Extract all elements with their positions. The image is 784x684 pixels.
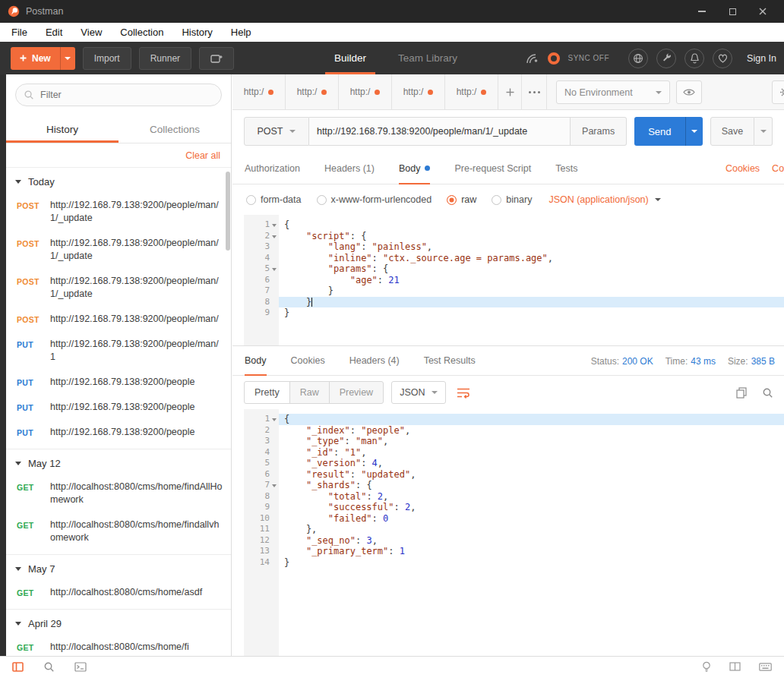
history-item[interactable]: GEThttp://localhost:8080/cms/home/findal… (6, 512, 231, 550)
cookies-link[interactable]: Cookies (726, 163, 760, 174)
history-item[interactable]: POSThttp://192.168.79.138:9200/people/ma… (6, 193, 231, 231)
body-mode-binary[interactable]: binary (492, 194, 532, 205)
line-number: 5 (244, 458, 279, 469)
body-mode-raw[interactable]: raw (447, 194, 476, 205)
save-options-caret[interactable] (754, 117, 773, 146)
view-raw-button[interactable]: Raw (289, 381, 330, 404)
response-tab-test-results[interactable]: Test Results (424, 346, 476, 375)
response-tab-cookies[interactable]: Cookies (291, 346, 325, 375)
response-tab-body[interactable]: Body (245, 346, 267, 375)
fold-arrow-icon[interactable] (272, 235, 277, 238)
request-tab-tests[interactable]: Tests (555, 153, 577, 184)
request-tab[interactable]: http:/ (286, 74, 339, 109)
search-response-icon[interactable] (762, 387, 773, 399)
request-tab-headers-1[interactable]: Headers (1) (324, 153, 375, 184)
raw-format-selector[interactable]: JSON (application/json) (548, 194, 660, 205)
sidebar-scrollbar[interactable] (226, 172, 230, 251)
environment-selector[interactable]: No Environment (556, 80, 670, 104)
history-item[interactable]: POSThttp://192.168.79.138:9200/people/ma… (6, 231, 231, 269)
tab-builder[interactable]: Builder (333, 42, 368, 74)
line-number: 6 (244, 469, 279, 481)
history-group-header[interactable]: Today (6, 168, 231, 193)
request-tab[interactable]: http:/ (445, 74, 498, 109)
method-selector[interactable]: POST (244, 117, 309, 146)
tab-team-library[interactable]: Team Library (397, 42, 459, 74)
history-group-header[interactable]: April 29 (6, 610, 231, 635)
sync-status-icon[interactable] (548, 52, 560, 65)
new-button[interactable]: New (11, 47, 75, 70)
request-tab[interactable]: http:/ (392, 74, 445, 109)
two-pane-icon[interactable] (729, 662, 741, 671)
interceptor-icon[interactable] (526, 52, 539, 65)
new-tab-button[interactable] (498, 74, 521, 109)
tab-history[interactable]: History (6, 115, 119, 143)
notifications-bell-icon[interactable] (684, 49, 704, 68)
request-tab[interactable]: http:/ (232, 74, 286, 109)
request-tab-authorization[interactable]: Authorization (245, 153, 300, 184)
code-link[interactable]: Code (772, 163, 784, 174)
global-search-icon[interactable] (43, 661, 55, 673)
menu-item-view[interactable]: View (81, 27, 102, 38)
runner-button[interactable]: Runner (139, 47, 191, 70)
help-bulb-icon[interactable] (702, 661, 711, 673)
response-format-selector[interactable]: JSON (391, 381, 446, 404)
heart-icon[interactable] (713, 49, 732, 68)
history-group-header[interactable]: May 7 (6, 555, 231, 580)
fold-arrow-icon[interactable] (272, 224, 277, 227)
fold-arrow-icon[interactable] (272, 418, 277, 421)
request-tab[interactable]: http:/ (339, 74, 392, 109)
environment-preview-button[interactable] (676, 80, 702, 104)
body-mode-form-data[interactable]: form-data (246, 194, 302, 205)
response-tab-headers-4[interactable]: Headers (4) (349, 346, 400, 375)
save-button[interactable]: Save (710, 117, 754, 146)
line-number: 1 (244, 219, 279, 231)
menu-item-history[interactable]: History (182, 27, 212, 38)
view-pretty-button[interactable]: Pretty (244, 381, 290, 404)
wrap-text-icon[interactable] (457, 387, 470, 399)
close-button[interactable] (758, 7, 767, 16)
history-item[interactable]: POSThttp://192.168.79.138:9200/people/ma… (6, 269, 231, 307)
fold-arrow-icon[interactable] (272, 484, 277, 487)
maximize-button[interactable] (728, 7, 737, 16)
history-item[interactable]: POSThttp://192.168.79.138:9200/people/ma… (6, 307, 231, 332)
environment-settings-button[interactable] (772, 80, 784, 104)
tools-wrench-icon[interactable] (656, 49, 676, 68)
send-button[interactable]: Send (634, 117, 684, 146)
history-item[interactable]: PUThttp://192.168.79.138:9200/people (6, 420, 231, 445)
history-item[interactable]: PUThttp://192.168.79.138:9200/people/man… (6, 332, 231, 370)
response-body-editor[interactable]: 1{2 "_index": "people",3 "_type": "man",… (244, 409, 784, 656)
import-button[interactable]: Import (83, 47, 131, 70)
sign-in-button[interactable]: Sign In (747, 53, 776, 64)
minimize-button[interactable] (697, 7, 707, 16)
shortcuts-keyboard-icon[interactable] (759, 663, 772, 671)
history-item[interactable]: GEThttp://localhost:8080/cms/home/fi (6, 635, 231, 656)
history-item[interactable]: PUThttp://192.168.79.138:9200/people (6, 370, 231, 395)
tab-collections[interactable]: Collections (119, 115, 231, 143)
menu-item-edit[interactable]: Edit (46, 27, 62, 38)
request-tab-body[interactable]: Body (399, 153, 431, 184)
menu-item-help[interactable]: Help (231, 27, 251, 38)
more-tabs-button[interactable] (521, 74, 547, 109)
history-item[interactable]: GEThttp://localhost:8080/cms/home/asdf (6, 580, 231, 605)
filter-input[interactable] (15, 84, 222, 106)
toggle-sidebar-icon[interactable] (12, 662, 24, 672)
params-button[interactable]: Params (571, 117, 627, 146)
menu-item-file[interactable]: File (11, 27, 27, 38)
fold-arrow-icon[interactable] (272, 268, 277, 271)
history-item[interactable]: PUThttp://192.168.79.138:9200/people (6, 395, 231, 420)
copy-icon[interactable] (736, 387, 747, 399)
url-input[interactable] (309, 117, 571, 146)
send-options-caret[interactable] (685, 117, 703, 146)
view-preview-button[interactable]: Preview (329, 381, 384, 404)
menu-item-collection[interactable]: Collection (120, 27, 163, 38)
body-mode-x-www-form-urlencoded[interactable]: x-www-form-urlencoded (317, 194, 432, 205)
clear-all-link[interactable]: Clear all (185, 150, 220, 161)
history-group-header[interactable]: May 12 (6, 449, 231, 474)
history-item[interactable]: GEThttp://localhost:8080/cms/home/findAl… (6, 474, 231, 512)
request-tab-pre-request-script[interactable]: Pre-request Script (454, 153, 531, 184)
request-body-editor[interactable]: 1{2 "script": {3 "lang": "painless",4 "i… (244, 215, 784, 345)
new-window-button[interactable] (199, 47, 234, 70)
new-dropdown-caret[interactable] (60, 47, 75, 70)
console-icon[interactable] (74, 662, 87, 672)
explore-globe-icon[interactable] (628, 49, 648, 68)
